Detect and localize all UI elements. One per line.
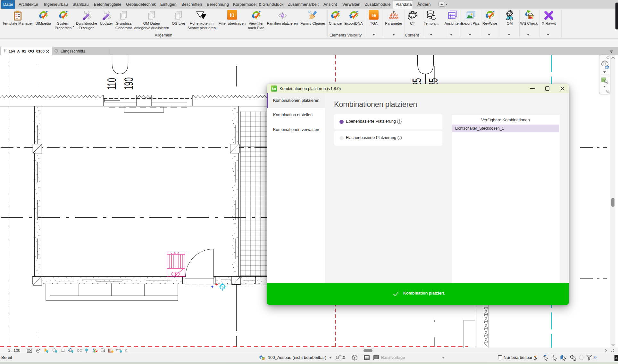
svg-text:190: 190: [122, 77, 136, 90]
svg-text:fü: fü: [230, 12, 234, 18]
svg-text:ko: ko: [272, 87, 276, 91]
svg-text:re: re: [372, 12, 376, 18]
svg-text:110: 110: [105, 78, 119, 90]
